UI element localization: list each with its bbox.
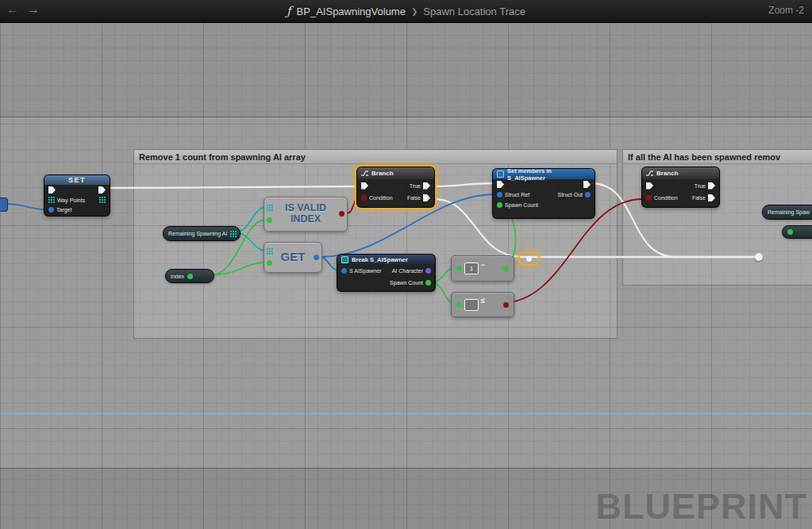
bool-out-pin[interactable] — [503, 302, 509, 308]
int-subtract-node[interactable]: 1 − — [451, 255, 514, 282]
variable-label: Remaining Spawning AI — [168, 231, 227, 236]
back-arrow-icon[interactable]: ← — [6, 2, 19, 17]
set-node-title: SET — [68, 176, 86, 184]
set-way-points-node[interactable]: SET Way Points Target — [44, 174, 110, 217]
node-title-line2: INDEX — [264, 214, 347, 225]
blueprint-graph-canvas[interactable]: Remove 1 count from spawning AI array If… — [0, 22, 812, 529]
less-equal-node[interactable]: ≤ — [451, 292, 514, 317]
false-pin-label: False — [692, 195, 706, 201]
reroute-node[interactable] — [755, 253, 763, 261]
spawn-count-pin[interactable] — [497, 202, 502, 208]
way-points-pin-label: Way Points — [57, 197, 85, 203]
struct-set-icon — [497, 171, 504, 178]
variable-label: Remaining Spaw — [768, 209, 810, 215]
int-pin[interactable] — [787, 229, 793, 235]
false-pin-label: False — [407, 195, 421, 201]
less-equal-operator-icon: ≤ — [481, 297, 485, 305]
exec-out-pin[interactable] — [583, 181, 591, 188]
condition-pin[interactable] — [361, 195, 367, 201]
exec-in-pin[interactable] — [497, 181, 504, 188]
int-out-pin[interactable] — [187, 274, 193, 279]
struct-out-pin[interactable] — [585, 192, 591, 197]
struct-ref-pin-label: Struct Ref — [505, 192, 529, 197]
struct-out-pin[interactable] — [314, 255, 319, 260]
node-title: Branch — [656, 170, 679, 177]
is-valid-index-node[interactable]: IS VALID INDEX — [264, 197, 348, 232]
node-title: Branch — [371, 170, 394, 177]
target-pin-label: Target — [56, 207, 71, 213]
comment-title[interactable]: Remove 1 count from spawning AI array — [134, 150, 617, 164]
condition-pin-label: Condition — [654, 195, 678, 201]
spawn-count-pin-label: Spawn Count — [390, 280, 423, 286]
branch-icon — [646, 170, 653, 177]
true-pin-label: True — [410, 183, 421, 189]
function-icon: ƒ — [287, 4, 291, 18]
grid-band-bottom — [0, 468, 812, 529]
toolbar: ← → ƒ BP_AISpawningVolume ❯ Spawn Locati… — [0, 0, 812, 23]
condition-pin[interactable] — [646, 195, 652, 201]
set-node-header: SET — [44, 175, 110, 185]
true-exec-out-pin[interactable] — [708, 182, 715, 190]
struct-ref-pin[interactable] — [497, 192, 502, 197]
subtract-operator-icon: − — [481, 261, 485, 269]
breadcrumb-blueprint-name[interactable]: BP_AISpawningVolume — [297, 6, 406, 17]
get-node[interactable]: GET — [264, 242, 322, 273]
array-in-pin-icon[interactable] — [267, 248, 273, 255]
exec-in-pin[interactable] — [48, 186, 56, 194]
wire-object-offscreen-to-set-target — [6, 204, 46, 209]
false-exec-out-pin[interactable] — [423, 194, 430, 201]
struct-out-pin-label: Struct Out — [557, 192, 583, 197]
array-in-pin-icon[interactable] — [267, 205, 273, 211]
ai-character-pin-label: AI Character — [392, 268, 423, 274]
clipped-variable-pill[interactable] — [782, 225, 812, 239]
spawn-count-pin-label: Spawn Count — [505, 202, 538, 208]
exec-in-pin[interactable] — [646, 182, 653, 190]
true-pin-label: True — [695, 183, 706, 189]
int-out-pin[interactable] — [425, 280, 431, 286]
true-exec-out-pin[interactable] — [423, 182, 430, 190]
breadcrumb-graph-name[interactable]: Spawn Location Trace — [423, 6, 525, 17]
set-members-node[interactable]: Set members in S_AISpawner Struct Ref St… — [492, 168, 595, 219]
node-title: Set members in S_AISpawner — [507, 167, 591, 182]
chevron-right-icon: ❯ — [411, 7, 418, 16]
blueprint-watermark: BLUEPRINT — [596, 486, 808, 527]
literal-value[interactable] — [464, 299, 479, 311]
branch-icon — [361, 170, 368, 177]
grid-guide-line — [0, 413, 812, 414]
reroute-node-selected[interactable] — [518, 251, 540, 266]
offscreen-node-stub[interactable] — [0, 197, 8, 212]
int-out-pin[interactable] — [503, 266, 509, 271]
array-out-pin-icon[interactable] — [99, 197, 106, 203]
forward-arrow-icon[interactable]: → — [27, 2, 40, 17]
node-title-line1: IS VALID — [264, 203, 347, 214]
node-title: Break S_AISpawner — [352, 256, 408, 263]
breadcrumb: ƒ BP_AISpawningVolume ❯ Spawn Location T… — [287, 0, 525, 22]
zoom-level-label: Zoom -2 — [768, 5, 804, 16]
literal-value[interactable]: 1 — [464, 263, 479, 274]
exec-in-pin[interactable] — [361, 182, 368, 190]
array-pin-icon[interactable] — [48, 197, 55, 203]
branch-node-1[interactable]: Branch True Condition False — [356, 167, 435, 208]
target-pin[interactable] — [48, 207, 54, 213]
comment-title[interactable]: If all the AI has been spawned remov — [623, 150, 812, 164]
variable-label: Index — [171, 274, 184, 279]
reroute-knot-icon — [526, 256, 532, 262]
int-in-pin[interactable] — [456, 266, 462, 271]
index-in-pin[interactable] — [267, 217, 272, 223]
int-in-pin[interactable] — [456, 302, 462, 308]
array-out-pin-icon[interactable] — [230, 231, 237, 237]
remaining-spawning-ai-variable[interactable]: Remaining Spawning AI — [163, 226, 241, 241]
break-s-aispawner-node[interactable]: Break S_AISpawner S AISpawner AI Charact… — [337, 254, 436, 292]
index-variable[interactable]: Index — [165, 269, 214, 283]
index-in-pin[interactable] — [267, 260, 272, 266]
exec-out-pin[interactable] — [98, 186, 106, 194]
condition-pin-label: Condition — [369, 195, 393, 201]
bool-out-pin[interactable] — [339, 211, 344, 217]
branch-node-2[interactable]: Branch True Condition False — [641, 167, 720, 208]
remaining-spawning-ai-variable-clipped[interactable]: Remaining Spaw — [762, 205, 812, 220]
class-out-pin[interactable] — [425, 268, 431, 274]
false-exec-out-pin[interactable] — [708, 194, 715, 201]
struct-in-pin[interactable] — [341, 268, 347, 274]
struct-in-pin-label: S AISpawner — [349, 268, 381, 274]
struct-break-icon — [341, 256, 348, 263]
